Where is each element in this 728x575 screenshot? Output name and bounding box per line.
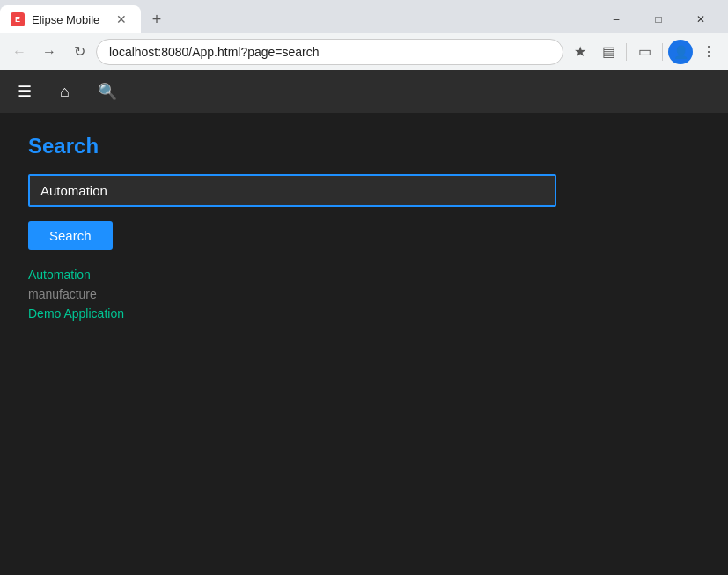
address-bar: ← → ↻ ★ ▤ ▭ 👤 ⋮ [0, 33, 728, 70]
forward-button[interactable]: → [37, 40, 62, 64]
list-item: Automation [28, 268, 700, 282]
app-navbar: ☰ ⌂ 🔍 [0, 70, 728, 113]
tab-bar: E Elipse Mobile ✕ + – □ ✕ [0, 0, 728, 33]
list-item: manufacture [28, 287, 700, 301]
back-button[interactable]: ← [7, 40, 32, 64]
bookmark-icon[interactable]: ★ [568, 40, 592, 64]
new-tab-button[interactable]: + [144, 7, 169, 32]
close-button[interactable]: ✕ [680, 5, 721, 33]
browser-chrome: E Elipse Mobile ✕ + – □ ✕ ← → ↻ ★ ▤ ▭ 👤 … [0, 0, 728, 70]
toolbar-divider [626, 43, 627, 61]
search-input[interactable] [28, 174, 556, 207]
hamburger-menu-icon[interactable]: ☰ [11, 75, 39, 108]
tab-close-button[interactable]: ✕ [113, 11, 130, 28]
reload-button[interactable]: ↻ [67, 40, 92, 64]
window-controls: – □ ✕ [596, 5, 728, 33]
list-item: Demo Application [28, 306, 700, 321]
result-link-automation[interactable]: Automation [28, 268, 91, 282]
tab-favicon: E [11, 12, 25, 26]
result-list: Automation manufacture Demo Application [28, 268, 700, 321]
menu-icon[interactable]: ⋮ [696, 40, 721, 64]
address-input[interactable] [97, 40, 563, 64]
minimize-button[interactable]: – [596, 5, 636, 33]
page-title: Search [28, 134, 700, 158]
active-tab[interactable]: E Elipse Mobile ✕ [0, 5, 141, 33]
maximize-button[interactable]: □ [638, 5, 679, 33]
result-text-manufacture: manufacture [28, 287, 97, 301]
result-link-demo-application[interactable]: Demo Application [28, 306, 124, 321]
profile-icon[interactable]: 👤 [668, 40, 693, 64]
tab-title: Elipse Mobile [32, 13, 106, 26]
search-button[interactable]: Search [28, 221, 113, 250]
main-content: Search Search Automation manufacture Dem… [0, 113, 728, 575]
sidebar-icon[interactable]: ▭ [632, 40, 657, 64]
toolbar-icons: ★ ▤ ▭ 👤 ⋮ [568, 40, 721, 64]
toolbar-divider2 [662, 43, 663, 61]
search-nav-icon[interactable]: 🔍 [91, 75, 124, 108]
home-icon[interactable]: ⌂ [53, 76, 77, 108]
extensions-icon[interactable]: ▤ [596, 40, 621, 64]
